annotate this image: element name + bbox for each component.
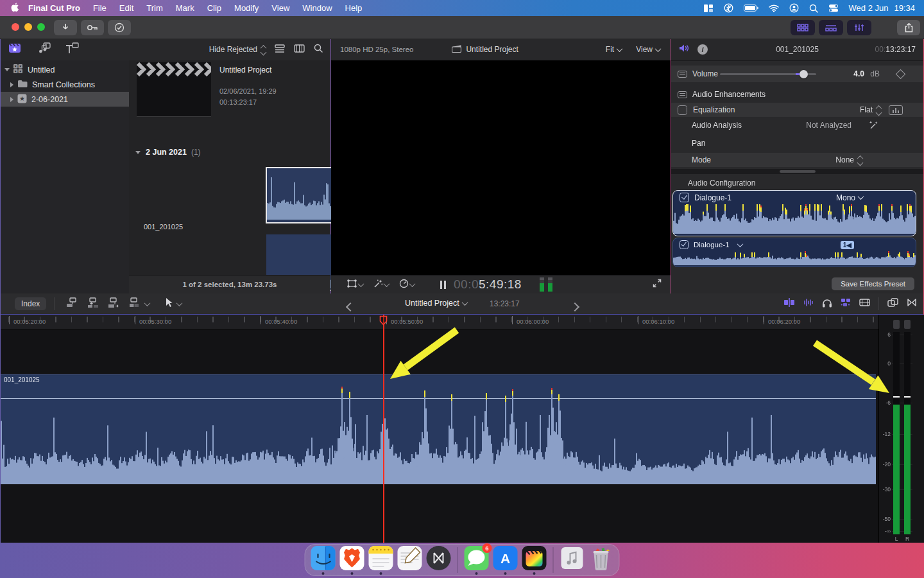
channel-checkbox-checked[interactable] bbox=[680, 193, 689, 202]
channel-format-dropdown[interactable]: Mono bbox=[836, 193, 863, 202]
info-icon[interactable]: i bbox=[697, 44, 708, 55]
chevron-down-icon[interactable] bbox=[144, 300, 151, 306]
solo-headphones-icon[interactable] bbox=[822, 298, 832, 310]
minimize-window-button[interactable] bbox=[24, 23, 32, 31]
import-media-button[interactable] bbox=[54, 20, 77, 35]
skimming-icon[interactable] bbox=[783, 298, 795, 310]
titles-generators-sidebar-toggle[interactable] bbox=[65, 42, 79, 57]
divider-drag-handle[interactable] bbox=[780, 170, 816, 173]
previous-timeline-icon[interactable] bbox=[347, 301, 354, 313]
inspector-layout-button[interactable] bbox=[847, 20, 871, 35]
sidebar-item-smart-collections[interactable]: Smart Collections bbox=[1, 77, 129, 92]
connect-edit-icon[interactable] bbox=[66, 297, 79, 310]
timeline-ruler[interactable]: 00:05:20:0000:05:30:0000:05:40:0000:05:5… bbox=[1, 315, 878, 329]
menu-item-trim[interactable]: Trim bbox=[140, 3, 169, 13]
index-button[interactable]: Index bbox=[15, 297, 46, 310]
overwrite-edit-icon[interactable] bbox=[128, 297, 141, 310]
transitions-browser-icon[interactable] bbox=[907, 298, 917, 310]
menu-item-edit[interactable]: Edit bbox=[113, 3, 140, 13]
volume-slider-thumb[interactable] bbox=[800, 70, 808, 78]
menu-item-window[interactable]: Window bbox=[296, 3, 338, 13]
save-effects-preset-button[interactable]: Save Effects Preset bbox=[832, 277, 914, 290]
control-center-icon[interactable] bbox=[828, 4, 839, 12]
audio-channel-panel[interactable]: Dialogue-1 1◀ bbox=[672, 238, 916, 267]
viewer-video-canvas[interactable] bbox=[331, 60, 671, 276]
menu-item-clip[interactable]: Clip bbox=[201, 3, 228, 13]
list-view-icon[interactable] bbox=[275, 44, 285, 55]
auto-enhance-wand-icon[interactable] bbox=[868, 120, 878, 131]
view-dropdown[interactable]: View bbox=[636, 45, 660, 54]
dock-finalcutpro[interactable] bbox=[522, 545, 547, 575]
playhead[interactable] bbox=[383, 315, 384, 543]
spotlight-icon[interactable] bbox=[809, 4, 818, 13]
insert-edit-icon[interactable] bbox=[87, 297, 99, 310]
dock-notes[interactable] bbox=[368, 545, 394, 575]
disclosure-triangle-icon[interactable] bbox=[4, 68, 10, 71]
animation-icon[interactable] bbox=[678, 91, 687, 98]
display-icon[interactable] bbox=[703, 4, 714, 13]
menu-item-help[interactable]: Help bbox=[339, 3, 369, 13]
clip-appearance-icon[interactable] bbox=[859, 298, 870, 310]
disclosure-triangle-icon[interactable] bbox=[10, 82, 13, 87]
dock-musicbox[interactable] bbox=[560, 545, 585, 575]
retime-icon[interactable] bbox=[399, 279, 409, 291]
fullscreen-icon[interactable] bbox=[653, 279, 662, 290]
playhead-marker-icon[interactable] bbox=[379, 315, 388, 326]
dock-finder[interactable] bbox=[311, 545, 336, 575]
menu-item-modify[interactable]: Modify bbox=[228, 3, 265, 13]
dock-textedit[interactable] bbox=[397, 545, 423, 575]
sidebar-item-library[interactable]: ★★★★ Untitled bbox=[1, 62, 129, 77]
viewer-timecode[interactable]: 00:05:49:18 bbox=[454, 277, 522, 292]
snapping-icon[interactable] bbox=[841, 298, 851, 310]
timeline-audio-clip[interactable]: 001_201025 bbox=[1, 374, 876, 484]
libraries-sidebar-toggle[interactable] bbox=[8, 42, 22, 57]
fit-dropdown[interactable]: Fit bbox=[606, 45, 622, 54]
keyframe-diamond-icon[interactable] bbox=[896, 69, 906, 79]
eq-editor-icon[interactable] bbox=[889, 105, 903, 115]
transform-tool-icon[interactable] bbox=[346, 279, 357, 291]
append-edit-icon[interactable] bbox=[107, 297, 120, 310]
project-name[interactable]: Untitled Project bbox=[219, 66, 271, 74]
active-app-menu[interactable]: Final Cut Pro bbox=[24, 3, 87, 13]
battery-icon[interactable] bbox=[744, 4, 758, 12]
photos-audio-sidebar-toggle[interactable] bbox=[37, 42, 51, 57]
filter-dropdown[interactable]: Hide Rejected bbox=[209, 45, 266, 55]
dock-trash[interactable] bbox=[588, 545, 614, 575]
chevron-down-icon[interactable] bbox=[409, 281, 416, 287]
close-window-button[interactable] bbox=[12, 23, 19, 31]
dock-appstore[interactable]: A bbox=[493, 545, 518, 575]
pan-mode-dropdown[interactable]: None bbox=[835, 155, 862, 165]
dock-mkv[interactable] bbox=[426, 545, 452, 575]
disclosure-triangle-icon[interactable] bbox=[135, 151, 141, 154]
animation-icon[interactable] bbox=[678, 71, 687, 78]
audio-skimming-icon[interactable] bbox=[803, 298, 814, 310]
audio-inspector-icon[interactable] bbox=[679, 44, 690, 55]
keyword-editor-button[interactable] bbox=[81, 20, 104, 35]
timeline[interactable]: 00:05:20:0000:05:30:0000:05:40:0000:05:5… bbox=[1, 315, 923, 543]
next-timeline-icon[interactable] bbox=[572, 301, 578, 313]
pause-icon[interactable] bbox=[440, 281, 446, 289]
wifi-icon[interactable] bbox=[769, 4, 779, 12]
menu-item-view[interactable]: View bbox=[265, 3, 296, 13]
effects-wand-icon[interactable] bbox=[373, 279, 383, 291]
menu-item-mark[interactable]: Mark bbox=[169, 3, 201, 13]
account-icon[interactable] bbox=[789, 3, 799, 13]
background-tasks-button[interactable] bbox=[108, 20, 131, 35]
audio-channel-panel-selected[interactable]: Dialogue-1 Mono bbox=[672, 190, 916, 236]
channel-checkbox-checked[interactable] bbox=[680, 240, 689, 249]
menu-bar-clock[interactable]: Wed 2 Jun19:34 bbox=[849, 3, 915, 13]
disclosure-triangle-icon[interactable] bbox=[10, 97, 13, 102]
zoom-window-button[interactable] bbox=[37, 23, 45, 31]
search-icon[interactable] bbox=[314, 44, 323, 55]
dock-brave[interactable] bbox=[339, 545, 365, 575]
dock-messages[interactable]: 6 bbox=[464, 545, 490, 575]
chevron-down-icon[interactable] bbox=[358, 281, 364, 287]
chevron-down-icon[interactable] bbox=[384, 281, 390, 287]
effects-browser-icon[interactable] bbox=[887, 298, 898, 310]
accessibility-icon[interactable] bbox=[724, 3, 733, 13]
browser-layout-button[interactable] bbox=[791, 20, 815, 35]
chevron-down-icon[interactable] bbox=[176, 300, 183, 306]
timeline-project-dropdown[interactable]: Untitled Project bbox=[405, 299, 467, 308]
project-thumbnail[interactable] bbox=[137, 62, 211, 117]
timeline-layout-button[interactable] bbox=[819, 20, 843, 35]
